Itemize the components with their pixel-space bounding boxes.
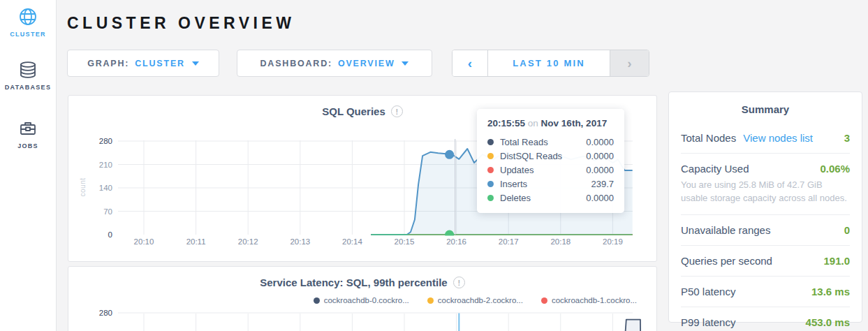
svg-text:20:19: 20:19 — [603, 237, 623, 246]
time-range-label[interactable]: LAST 10 MIN — [488, 50, 610, 76]
chevron-down-icon — [402, 61, 409, 66]
tooltip-series-row: DistSQL Reads0.0000 — [487, 149, 614, 163]
dashboard-dropdown-label: DASHBOARD: — [260, 59, 332, 68]
svg-text:0: 0 — [108, 230, 112, 239]
svg-text:20:15: 20:15 — [395, 237, 415, 246]
summary-row-capacity-used: Capacity Used 0.06% You are using 25.8 M… — [681, 153, 850, 214]
row-value: 13.6 ms — [811, 286, 850, 297]
svg-text:20:11: 20:11 — [186, 237, 206, 246]
page-title: CLUSTER OVERVIEW — [67, 14, 295, 33]
graph-dropdown-value: CLUSTER — [135, 59, 185, 68]
sidebar-item-databases[interactable]: DATABASES — [0, 60, 56, 91]
svg-text:280: 280 — [99, 309, 112, 317]
chevron-down-icon — [192, 61, 199, 66]
svg-text:280: 280 — [99, 137, 112, 145]
sidebar-item-cluster[interactable]: CLUSTER — [0, 7, 56, 38]
time-prev-button[interactable]: ‹ — [453, 50, 488, 76]
tooltip-timestamp: 20:15:55 on Nov 16th, 2017 — [487, 118, 614, 128]
series-value: 0.0000 — [586, 193, 614, 203]
series-label: Inserts — [500, 179, 527, 189]
series-label: Updates — [500, 165, 534, 175]
sidebar-item-label: DATABASES — [0, 84, 56, 91]
cluster-overview-page: CLUSTER DATABASES — [0, 0, 868, 331]
sidebar-item-label: CLUSTER — [0, 31, 56, 38]
row-value: 0.06% — [820, 163, 850, 175]
svg-text:210: 210 — [99, 161, 112, 169]
dashboard-dropdown-value: OVERVIEW — [338, 59, 395, 68]
row-label: Unavailable ranges — [681, 224, 770, 236]
globe-icon — [18, 7, 38, 27]
tooltip-series-row: Inserts239.7 — [487, 177, 614, 191]
graph-dropdown-label: GRAPH: — [87, 59, 129, 68]
time-next-button[interactable]: › — [610, 50, 649, 76]
series-label: Total Reads — [500, 137, 548, 147]
series-color-dot — [487, 195, 494, 201]
summary-panel: Summary Total Nodes View nodes list 3 Ca… — [668, 91, 862, 323]
sql-queries-card: SQL Queries ! 20:1020:1120:1220:1320:142… — [68, 95, 657, 262]
tooltip-series-row: Updates0.0000 — [487, 163, 614, 177]
series-label: DistSQL Reads — [500, 151, 562, 161]
summary-title: Summary — [681, 92, 850, 123]
series-color-dot — [487, 181, 494, 187]
tooltip-rows: Total Reads0.0000DistSQL Reads0.0000Upda… — [487, 135, 614, 205]
tooltip-series-row: Deletes0.0000 — [487, 191, 614, 205]
service-latency-card: Service Latency: SQL, 99th percentile ! … — [68, 266, 657, 331]
sidebar: CLUSTER DATABASES — [0, 0, 57, 331]
summary-row-queries-per-second: Queries per second 191.0 — [681, 245, 850, 276]
svg-text:20:12: 20:12 — [238, 237, 258, 246]
svg-text:20:10: 20:10 — [134, 237, 154, 246]
controls-bar: GRAPH: CLUSTER DASHBOARD: OVERVIEW ‹ LAS… — [67, 50, 649, 77]
row-label: Queries per second — [681, 255, 772, 267]
series-value: 0.0000 — [586, 165, 614, 175]
series-label: Deletes — [500, 193, 531, 203]
summary-row-total-nodes: Total Nodes View nodes list 3 — [681, 123, 850, 153]
svg-text:140: 140 — [99, 184, 112, 192]
row-label: P50 latency — [681, 286, 735, 297]
series-color-dot — [487, 153, 494, 159]
service-latency-chart[interactable]: 280 — [68, 267, 656, 331]
row-value: 3 — [844, 132, 850, 144]
svg-text:20:14: 20:14 — [342, 237, 362, 246]
summary-row-unavailable-ranges: Unavailable ranges 0 — [681, 214, 850, 245]
summary-row-p50-latency: P50 latency 13.6 ms — [681, 276, 850, 307]
dashboard-dropdown[interactable]: DASHBOARD: OVERVIEW — [237, 50, 432, 77]
view-nodes-list-link[interactable]: View nodes list — [743, 132, 813, 144]
databases-icon — [18, 60, 38, 80]
summary-row-p99-latency: P99 latency 453.0 ms — [681, 307, 850, 331]
tooltip-series-row: Total Reads0.0000 — [487, 135, 614, 149]
sidebar-item-label: JOBS — [0, 142, 56, 149]
svg-text:count: count — [79, 178, 87, 197]
series-color-dot — [487, 167, 494, 173]
row-label: Total Nodes — [681, 132, 736, 144]
svg-text:20:18: 20:18 — [550, 237, 571, 246]
svg-text:20:16: 20:16 — [446, 237, 466, 246]
row-value: 191.0 — [823, 255, 850, 267]
series-value: 0.0000 — [586, 137, 614, 147]
sidebar-item-jobs[interactable]: JOBS — [0, 119, 56, 149]
graph-dropdown[interactable]: GRAPH: CLUSTER — [67, 50, 219, 77]
series-value: 0.0000 — [586, 151, 614, 161]
time-range-selector: ‹ LAST 10 MIN › — [452, 50, 649, 77]
svg-text:20:13: 20:13 — [290, 237, 310, 246]
series-value: 239.7 — [591, 179, 614, 189]
series-color-dot — [487, 139, 494, 145]
row-label: P99 latency — [681, 316, 735, 328]
row-label: Capacity Used — [681, 163, 749, 175]
row-value: 453.0 ms — [806, 316, 850, 328]
chart-hover-tooltip: 20:15:55 on Nov 16th, 2017 Total Reads0.… — [477, 109, 624, 213]
svg-text:70: 70 — [103, 207, 112, 216]
row-value: 0 — [844, 224, 850, 236]
briefcase-icon — [18, 119, 38, 138]
capacity-description: You are using 25.8 MiB of 42.7 GiB usabl… — [681, 179, 850, 205]
svg-text:20:17: 20:17 — [499, 237, 519, 246]
